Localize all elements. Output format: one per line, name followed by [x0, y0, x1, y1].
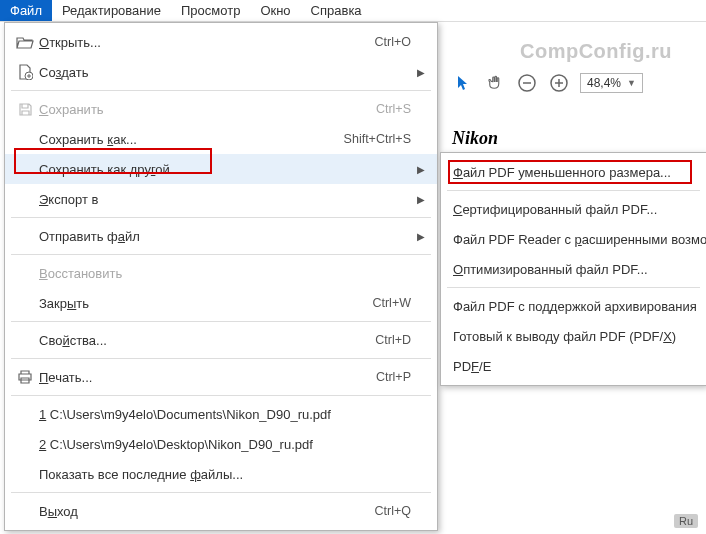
menu-open-shortcut: Ctrl+O [375, 35, 411, 49]
menu-print[interactable]: Печать... Ctrl+P [5, 362, 437, 392]
menu-separator [11, 492, 431, 493]
menu-export-label: Экспорт в [39, 192, 411, 207]
folder-open-icon [11, 35, 39, 49]
menu-create-label: Создать [39, 65, 411, 80]
submenu-certified-pdf[interactable]: Сертифицированный файл PDF... [441, 194, 706, 224]
menubar: Файл Редактирование Просмотр Окно Справк… [0, 0, 706, 22]
menu-edit[interactable]: Редактирование [52, 0, 171, 21]
submenu-archive-pdf-label: Файл PDF с поддержкой архивирования [453, 299, 697, 314]
chevron-down-icon: ▼ [627, 78, 636, 88]
menu-exit-shortcut: Ctrl+Q [375, 504, 411, 518]
submenu-print-ready-pdf-label: Готовый к выводу файл PDF (PDF/X) [453, 329, 676, 344]
menu-recent-1-label: 1 C:\Users\m9y4elo\Documents\Nikon_D90_r… [39, 407, 411, 422]
submenu-reduced-size-pdf[interactable]: Файл PDF уменьшенного размера... [441, 157, 706, 187]
menu-help[interactable]: Справка [301, 0, 372, 21]
menu-restore-label: Восстановить [39, 266, 411, 281]
menu-save-shortcut: Ctrl+S [376, 102, 411, 116]
menu-separator [11, 321, 431, 322]
submenu-pdfe-label: PDF/E [453, 359, 491, 374]
menu-close-label: Закрыть [39, 296, 372, 311]
submenu-optimized-pdf-label: Оптимизированный файл PDF... [453, 262, 648, 277]
menu-view[interactable]: Просмотр [171, 0, 250, 21]
watermark-text: CompConfig.ru [520, 40, 672, 63]
hand-tool-icon[interactable] [484, 72, 506, 94]
menu-show-all-recent[interactable]: Показать все последние файлы... [5, 459, 437, 489]
submenu-arrow-icon: ▶ [411, 67, 425, 78]
submenu-archive-pdf[interactable]: Файл PDF с поддержкой архивирования [441, 291, 706, 321]
menu-open[interactable]: Открыть... Ctrl+O [5, 27, 437, 57]
file-menu-dropdown: Открыть... Ctrl+O Создать ▶ Сохранить Ct… [4, 22, 438, 531]
menu-separator [11, 395, 431, 396]
menu-save-as-other-label: Сохранить как другой [39, 162, 411, 177]
menu-separator [447, 287, 700, 288]
menu-save-as-shortcut: Shift+Ctrl+S [344, 132, 411, 146]
menu-properties-label: Свойства... [39, 333, 375, 348]
new-file-icon [11, 64, 39, 80]
zoom-out-icon[interactable] [516, 72, 538, 94]
menu-save: Сохранить Ctrl+S [5, 94, 437, 124]
language-badge: Ru [674, 514, 698, 528]
submenu-arrow-icon: ▶ [411, 164, 425, 175]
zoom-combo[interactable]: 48,4% ▼ [580, 73, 643, 93]
menu-file[interactable]: Файл [0, 0, 52, 21]
menu-separator [11, 217, 431, 218]
menu-recent-2-label: 2 C:\Users\m9y4elo\Desktop\Nikon_D90_ru.… [39, 437, 411, 452]
submenu-reduced-size-pdf-label: Файл PDF уменьшенного размера... [453, 165, 671, 180]
menu-open-label: Открыть... [39, 35, 375, 50]
menu-save-as-label: Сохранить как... [39, 132, 344, 147]
submenu-arrow-icon: ▶ [411, 231, 425, 242]
menu-print-label: Печать... [39, 370, 376, 385]
pointer-tool-icon[interactable] [452, 72, 474, 94]
menu-separator [11, 254, 431, 255]
submenu-arrow-icon: ▶ [411, 194, 425, 205]
zoom-in-icon[interactable] [548, 72, 570, 94]
menu-properties[interactable]: Свойства... Ctrl+D [5, 325, 437, 355]
menu-show-all-recent-label: Показать все последние файлы... [39, 467, 411, 482]
menu-close-shortcut: Ctrl+W [372, 296, 411, 310]
menu-export[interactable]: Экспорт в ▶ [5, 184, 437, 214]
submenu-certified-pdf-label: Сертифицированный файл PDF... [453, 202, 657, 217]
menu-save-as-other[interactable]: Сохранить как другой ▶ [5, 154, 437, 184]
menu-create[interactable]: Создать ▶ [5, 57, 437, 87]
submenu-print-ready-pdf[interactable]: Готовый к выводу файл PDF (PDF/X) [441, 321, 706, 351]
menu-save-as[interactable]: Сохранить как... Shift+Ctrl+S [5, 124, 437, 154]
menu-recent-2[interactable]: 2 C:\Users\m9y4elo\Desktop\Nikon_D90_ru.… [5, 429, 437, 459]
menu-separator [11, 358, 431, 359]
save-as-other-submenu: Файл PDF уменьшенного размера... Сертифи… [440, 152, 706, 386]
zoom-value: 48,4% [587, 76, 621, 90]
menu-recent-1[interactable]: 1 C:\Users\m9y4elo\Documents\Nikon_D90_r… [5, 399, 437, 429]
menu-window[interactable]: Окно [250, 0, 300, 21]
app-toolbar: CompConfig.ru 48,4% ▼ [440, 22, 706, 122]
menu-exit[interactable]: Выход Ctrl+Q [5, 496, 437, 526]
printer-icon [11, 369, 39, 385]
menu-save-label: Сохранить [39, 102, 376, 117]
menu-close[interactable]: Закрыть Ctrl+W [5, 288, 437, 318]
menu-print-shortcut: Ctrl+P [376, 370, 411, 384]
menu-send-file-label: Отправить файл [39, 229, 411, 244]
menu-exit-label: Выход [39, 504, 375, 519]
menu-send-file[interactable]: Отправить файл ▶ [5, 221, 437, 251]
menu-separator [447, 190, 700, 191]
submenu-optimized-pdf[interactable]: Оптимизированный файл PDF... [441, 254, 706, 284]
menu-separator [11, 90, 431, 91]
menu-restore: Восстановить [5, 258, 437, 288]
submenu-reader-extended-pdf[interactable]: Файл PDF Reader с расширенными возможнос… [441, 224, 706, 254]
save-icon [11, 102, 39, 117]
document-brand: Nikon [452, 128, 498, 149]
menu-properties-shortcut: Ctrl+D [375, 333, 411, 347]
submenu-reader-extended-pdf-label: Файл PDF Reader с расширенными возможнос… [453, 232, 706, 247]
submenu-pdfe[interactable]: PDF/E [441, 351, 706, 381]
